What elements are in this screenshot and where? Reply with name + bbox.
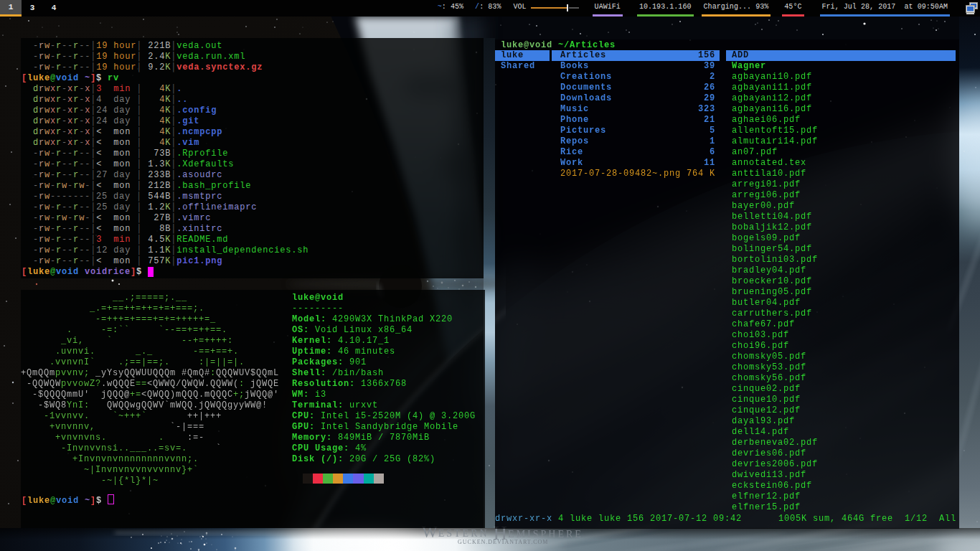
svg-text:GUCKEN.DEVIANTART.COM: GUCKEN.DEVIANTART.COM: [458, 539, 548, 545]
